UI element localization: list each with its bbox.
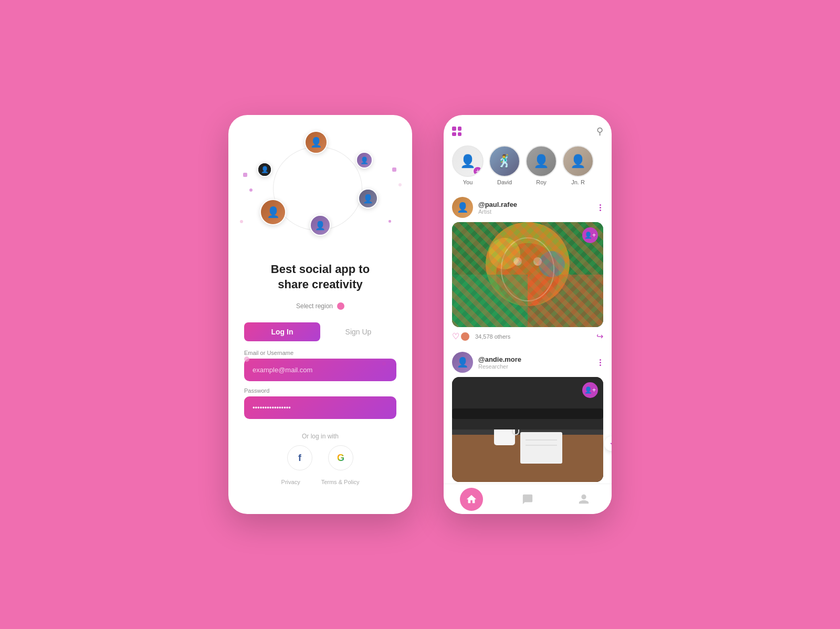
grid-menu-icon[interactable]	[452, 127, 461, 136]
chat-icon	[522, 494, 533, 505]
post-paul-rafee: 👤 @paul.rafee Artist	[444, 192, 612, 347]
footer-links: Privacy Terms & Policy	[281, 479, 360, 485]
post-avatar-2: 👤	[452, 352, 473, 373]
svg-point-2	[496, 243, 559, 306]
chat-nav-button[interactable]	[516, 488, 539, 511]
like-count-1: 34,578 others	[475, 333, 510, 340]
avatar-node-6: 👤	[310, 215, 331, 236]
decor-dot-7	[244, 357, 249, 362]
svg-rect-14	[520, 432, 562, 464]
post-image-1: 👤+	[452, 222, 603, 327]
password-label: Password	[244, 387, 396, 394]
workspace-svg	[452, 377, 603, 482]
home-nav-button[interactable]	[460, 488, 483, 511]
post-menu-1[interactable]	[597, 202, 603, 213]
profile-nav-button[interactable]	[572, 488, 595, 511]
facebook-login-button[interactable]: f	[287, 445, 312, 470]
network-illustration: 👤 👤 👤 👤 👤 👤	[247, 131, 394, 257]
svg-point-6	[539, 251, 565, 277]
story-name-david: David	[497, 179, 512, 185]
avatar-node-2: 👤	[356, 152, 373, 169]
terms-link[interactable]: Terms & Policy	[321, 479, 360, 485]
email-group: Email or Username	[244, 350, 396, 381]
search-button[interactable]: ⚲	[596, 125, 603, 137]
facebook-icon: f	[298, 453, 301, 464]
google-login-button[interactable]: G	[328, 445, 353, 470]
svg-point-1	[486, 222, 570, 306]
roy-avatar-icon: 👤	[533, 154, 549, 169]
svg-point-5	[489, 238, 520, 269]
avatar-node-4: 👤	[257, 162, 272, 177]
feed-scroll: 👤 @paul.rafee Artist	[444, 192, 612, 514]
feed-header: ⚲	[444, 115, 612, 142]
svg-rect-18	[452, 408, 603, 419]
svg-rect-17	[452, 377, 603, 429]
avatar-node-1: 👤	[304, 131, 328, 154]
login-tab[interactable]: Log In	[244, 322, 320, 341]
feed-screen: ⚲ 👤 + You 🕺 David 👤 Roy 👤 J	[444, 115, 612, 514]
workspace-image	[452, 377, 603, 482]
svg-rect-4	[528, 275, 603, 327]
you-avatar-icon: 👤	[460, 154, 476, 169]
like-button-1[interactable]: ♡	[452, 331, 459, 341]
post-role-2: Researcher	[478, 363, 597, 370]
post-role-1: Artist	[478, 208, 597, 215]
story-avatar-david: 🕺	[489, 145, 520, 177]
post-header-1: 👤 @paul.rafee Artist	[452, 197, 603, 218]
select-region-label: Select region	[296, 302, 333, 310]
story-avatar-roy: 👤	[526, 145, 557, 177]
stories-row: 👤 + You 🕺 David 👤 Roy 👤 Jn. R	[444, 142, 612, 192]
art-image	[452, 222, 603, 327]
avatar-node-5: 👤	[260, 199, 286, 225]
andie-avatar-img: 👤	[452, 352, 473, 373]
post-menu-2[interactable]	[597, 357, 603, 368]
bottom-navigation	[444, 484, 612, 514]
svg-rect-3	[452, 275, 528, 327]
paul-avatar-img: 👤	[452, 197, 473, 218]
svg-point-9	[533, 257, 542, 266]
google-icon: G	[337, 453, 344, 464]
story-name-jnr: Jn. R	[571, 179, 585, 185]
auth-tabs: Log In Sign Up	[244, 322, 396, 341]
svg-point-8	[513, 257, 522, 266]
password-input[interactable]	[244, 396, 396, 419]
social-login-row: f G	[287, 445, 353, 470]
post-user-info-2: @andie.more Researcher	[478, 355, 597, 370]
profile-icon	[578, 494, 590, 505]
decor-dot-5	[398, 183, 402, 186]
login-screen: 👤 👤 👤 👤 👤 👤 Best social app to share cre…	[228, 115, 412, 514]
follow-badge-1[interactable]: 👤+	[582, 227, 598, 243]
select-region-row[interactable]: Select region	[296, 302, 344, 310]
privacy-link[interactable]: Privacy	[281, 479, 300, 485]
decor-dot-3	[240, 220, 243, 223]
post-user-info-1: @paul.rafee Artist	[478, 201, 597, 215]
post-actions-1: ♡ 34,578 others ↪	[452, 331, 603, 341]
password-group: Password	[244, 387, 396, 419]
art-svg	[452, 222, 603, 327]
add-story-button[interactable]: +	[473, 166, 482, 176]
avatar-node-3: 👤	[358, 188, 378, 208]
post-avatar-1: 👤	[452, 197, 473, 218]
svg-rect-0	[452, 222, 603, 327]
email-input[interactable]	[244, 359, 396, 381]
region-dot	[337, 302, 344, 310]
story-david[interactable]: 🕺 David	[489, 145, 520, 185]
follow-badge-2[interactable]: 👤+	[582, 382, 598, 398]
story-name-roy: Roy	[536, 179, 547, 185]
david-avatar-icon: 🕺	[497, 154, 512, 169]
chevron-down-icon	[608, 440, 612, 447]
signup-tab[interactable]: Sign Up	[320, 322, 396, 341]
post-username-2: @andie.more	[478, 355, 597, 363]
story-roy[interactable]: 👤 Roy	[526, 145, 557, 185]
story-you[interactable]: 👤 + You	[452, 145, 484, 185]
post-username-1: @paul.rafee	[478, 201, 597, 208]
jnr-avatar-icon: 👤	[570, 154, 586, 169]
post-image-2: 👤+	[452, 377, 603, 482]
post-andie-more: 👤 @andie.more Researcher	[444, 347, 612, 501]
story-avatar-jnr: 👤	[562, 145, 594, 177]
story-jnr[interactable]: 👤 Jn. R	[562, 145, 594, 185]
share-button-1[interactable]: ↪	[596, 331, 603, 341]
story-name-you: You	[463, 179, 473, 185]
or-login-text: Or log in with	[302, 433, 339, 440]
home-icon	[466, 494, 477, 505]
